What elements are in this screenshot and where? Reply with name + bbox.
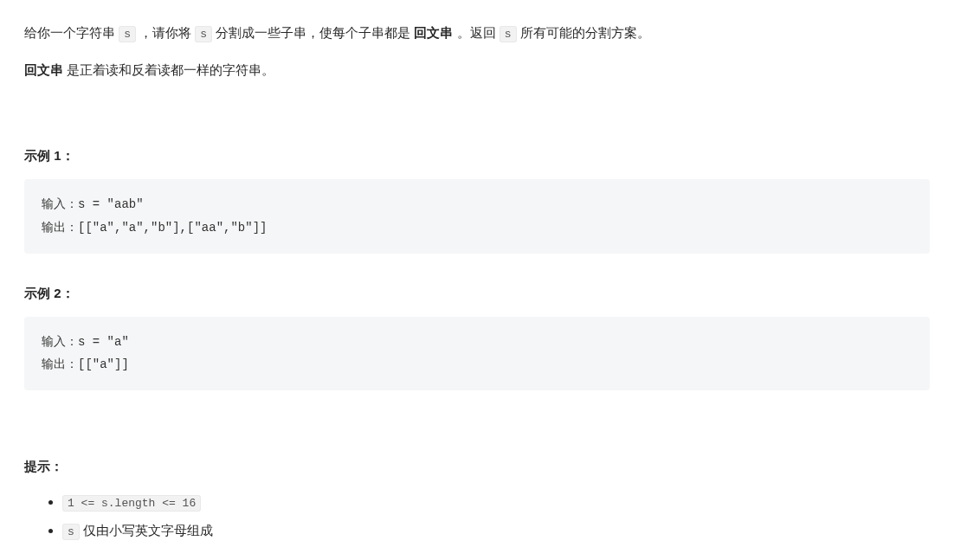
definition-text: 是正着读和反着读都一样的字符串。 xyxy=(63,62,274,77)
spacer xyxy=(24,95,930,116)
intro-text-2: ，请你将 xyxy=(136,25,195,40)
constraints-heading: 提示： xyxy=(24,454,930,478)
intro-text-1: 给你一个字符串 xyxy=(24,25,119,40)
code-s-3: s xyxy=(500,26,517,42)
code-s-2: s xyxy=(195,26,212,42)
problem-intro: 给你一个字符串 s ，请你将 s 分割成一些子串，使每个子串都是 回文串 。返回… xyxy=(24,21,930,44)
example-2-heading: 示例 2： xyxy=(24,281,930,305)
spacer xyxy=(24,406,930,427)
constraint-item: 1 <= s.length <= 16 xyxy=(62,490,930,513)
constraint-tail: 仅由小写英文字母组成 xyxy=(80,523,213,537)
palindrome-definition: 回文串 是正着读和反着读都一样的字符串。 xyxy=(24,58,930,81)
example-2-block: 输入：s = "a" 输出：[["a"]] xyxy=(24,317,930,390)
example-1-block: 输入：s = "aab" 输出：[["a","a","b"],["aa","b"… xyxy=(24,179,930,253)
intro-text-4: 。返回 xyxy=(453,25,499,40)
intro-text-3: 分割成一些子串，使每个子串都是 xyxy=(212,25,414,40)
intro-text-5: 所有可能的分割方案。 xyxy=(517,25,650,40)
definition-bold: 回文串 xyxy=(24,62,63,77)
constraint-item: s 仅由小写英文字母组成 xyxy=(62,518,930,542)
example-1-heading: 示例 1： xyxy=(24,144,930,167)
constraints-list: 1 <= s.length <= 16 s 仅由小写英文字母组成 xyxy=(24,490,930,543)
palindrome-bold: 回文串 xyxy=(414,25,453,40)
code-s-1: s xyxy=(119,26,136,42)
constraint-code: s xyxy=(62,524,80,540)
constraint-code: 1 <= s.length <= 16 xyxy=(62,495,201,512)
